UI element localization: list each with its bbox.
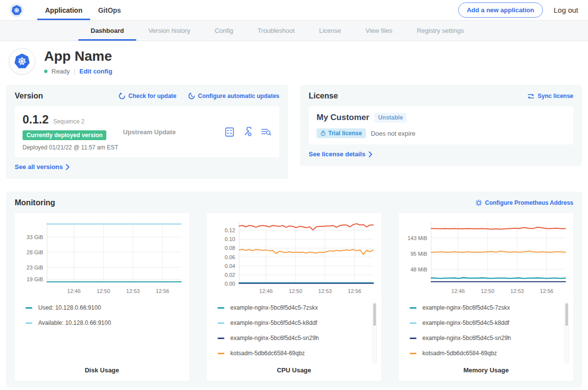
subnav-item-license[interactable]: License bbox=[307, 21, 353, 41]
svg-text:19 GiB: 19 GiB bbox=[26, 276, 43, 282]
see-all-versions-link[interactable]: See all versions bbox=[15, 163, 70, 171]
memory-usage-title: Memory Usage bbox=[399, 366, 573, 374]
stopwatch-icon bbox=[320, 130, 326, 136]
kubernetes-logo bbox=[10, 0, 24, 20]
logout-button[interactable]: Log out bbox=[554, 6, 578, 14]
sync-license-link[interactable]: Sync license bbox=[527, 93, 573, 99]
license-expiry: Does not expire bbox=[371, 130, 416, 137]
tab-gitops[interactable]: GitOps bbox=[90, 0, 129, 20]
legend-item: example-nginx-5bc6f5d4c5-sn29h bbox=[218, 335, 381, 341]
subnav-item-dashboard[interactable]: Dashboard bbox=[78, 21, 136, 41]
svg-text:12:50: 12:50 bbox=[97, 288, 110, 294]
memory-usage-chart: 143 MiB95 MiB48 MiB12:4612:5012:5312:56 bbox=[403, 218, 569, 296]
svg-text:12:53: 12:53 bbox=[511, 288, 524, 294]
kubernetes-app-icon bbox=[13, 52, 31, 70]
subnav-item-registry-settings[interactable]: Registry settings bbox=[405, 21, 476, 41]
svg-text:12:50: 12:50 bbox=[481, 288, 494, 294]
legend-color-dash bbox=[218, 322, 224, 324]
tab-application[interactable]: Application bbox=[37, 0, 90, 20]
svg-text:12:56: 12:56 bbox=[348, 288, 362, 294]
subnav-item-version-history[interactable]: Version history bbox=[136, 21, 202, 41]
legend-scrollbar-thumb[interactable] bbox=[373, 303, 376, 326]
legend-label: kotsadm-5db6dc6584-69qbz bbox=[230, 350, 305, 357]
edit-config-link[interactable]: Edit config bbox=[79, 68, 112, 75]
legend-label: Available: 10.128.0.66:9100 bbox=[38, 319, 111, 326]
disk-usage-chart-card: 33 GiB28 GiB23 GiB19 GiB12:4612:5012:531… bbox=[15, 213, 189, 381]
app-avatar bbox=[9, 48, 35, 74]
configure-auto-updates-label: Configure automatic updates bbox=[198, 93, 279, 99]
legend-scrollbar-track bbox=[372, 302, 377, 363]
svg-text:12:46: 12:46 bbox=[451, 288, 465, 294]
chevron-right-icon bbox=[368, 151, 372, 157]
cpu-usage-chart-card: 0.120.100.080.060.040.020.0012:4612:5012… bbox=[207, 213, 381, 381]
deployed-timestamp: Deployed 01/21/22 @ 11:57 am EST bbox=[23, 144, 123, 151]
monitoring-section: Monitoring Configure Prometheus Address … bbox=[6, 192, 582, 388]
svg-text:12:53: 12:53 bbox=[126, 288, 140, 294]
preflight-checks-icon[interactable] bbox=[224, 127, 235, 137]
check-for-update-label: Check for update bbox=[128, 93, 176, 99]
legend-color-dash bbox=[410, 353, 416, 354]
legend-item: kotsadm-5db6dc6584-69qbz bbox=[410, 350, 573, 357]
legend-label: example-nginx-5bc6f5d4c5-k8ddf bbox=[422, 319, 509, 326]
monitoring-title: Monitoring bbox=[15, 198, 55, 207]
divider: | bbox=[74, 68, 75, 75]
deployed-badge: Currently deployed version bbox=[23, 130, 106, 140]
view-logs-icon[interactable] bbox=[261, 127, 271, 137]
cpu-usage-title: CPU Usage bbox=[207, 366, 381, 374]
configure-auto-updates-link[interactable]: Configure automatic updates bbox=[188, 93, 279, 99]
subnav-item-view-files[interactable]: View files bbox=[353, 21, 405, 41]
license-type-badge: Trial license bbox=[317, 128, 366, 138]
configure-prometheus-link[interactable]: Configure Prometheus Address bbox=[475, 199, 573, 206]
see-license-details-link[interactable]: See license details bbox=[309, 150, 372, 158]
version-source: Upstream Update bbox=[123, 128, 224, 136]
svg-text:12:53: 12:53 bbox=[318, 288, 332, 294]
version-number: 0.1.2 bbox=[23, 113, 49, 126]
legend-label: example-nginx-5bc6f5d4c5-k8ddf bbox=[230, 319, 317, 326]
legend-item: example-nginx-5bc6f5d4c5-7zskx bbox=[218, 304, 381, 311]
svg-text:0.06: 0.06 bbox=[225, 254, 235, 260]
page-title: App Name bbox=[44, 49, 112, 64]
svg-text:12:56: 12:56 bbox=[156, 288, 170, 294]
subnav-item-troubleshoot[interactable]: Troubleshoot bbox=[245, 21, 307, 41]
svg-text:23 GiB: 23 GiB bbox=[26, 265, 43, 270]
legend-color-dash bbox=[218, 307, 224, 309]
legend-item: example-nginx-5bc6f5d4c5-k8ddf bbox=[218, 319, 381, 326]
see-all-versions-label: See all versions bbox=[15, 163, 63, 171]
legend-item: example-nginx-5bc6f5d4c5-7zskx bbox=[410, 304, 573, 311]
add-application-button[interactable]: Add a new application bbox=[458, 2, 543, 18]
top-navbar: Application GitOps Add a new application… bbox=[0, 0, 588, 21]
disk-usage-title: Disk Usage bbox=[15, 366, 189, 374]
legend-label: example-nginx-5bc6f5d4c5-7zskx bbox=[422, 304, 510, 311]
legend-label: example-nginx-5bc6f5d4c5-sn29h bbox=[422, 335, 511, 341]
version-card: Version Check for update Configure au bbox=[6, 85, 288, 179]
legend-color-dash bbox=[410, 307, 416, 309]
legend-color-dash bbox=[218, 353, 224, 354]
svg-text:33 GiB: 33 GiB bbox=[26, 234, 43, 240]
legend-item: kotsadm-5db6dc6584-69qbz bbox=[218, 350, 381, 357]
legend-scrollbar-thumb[interactable] bbox=[565, 303, 568, 326]
edit-config-gear-icon[interactable] bbox=[243, 127, 253, 137]
sync-license-label: Sync license bbox=[538, 93, 573, 99]
memory-usage-chart-card: 143 MiB95 MiB48 MiB12:4612:5012:5312:56 … bbox=[399, 213, 573, 381]
legend-label: Used: 10.128.0.66:9100 bbox=[38, 304, 101, 311]
svg-text:12:50: 12:50 bbox=[289, 288, 302, 294]
license-box: My Customer Unstable Trial license Does … bbox=[309, 106, 573, 145]
chevron-right-icon bbox=[66, 164, 70, 170]
svg-text:95 MiB: 95 MiB bbox=[411, 251, 427, 257]
svg-text:0.00: 0.00 bbox=[225, 281, 235, 287]
legend-color-dash bbox=[410, 322, 416, 324]
auto-update-clock-icon bbox=[188, 93, 195, 99]
app-header: App Name Ready | Edit config bbox=[0, 41, 588, 81]
version-card-title: Version bbox=[15, 92, 43, 100]
svg-text:28 GiB: 28 GiB bbox=[26, 249, 43, 255]
svg-text:0.04: 0.04 bbox=[225, 263, 235, 269]
kubernetes-logo-icon bbox=[11, 4, 23, 16]
subnav-item-config[interactable]: Config bbox=[202, 21, 245, 41]
check-for-update-link[interactable]: Check for update bbox=[119, 93, 176, 99]
status-dot bbox=[44, 70, 48, 73]
customer-name: My Customer bbox=[317, 113, 369, 122]
svg-text:12:56: 12:56 bbox=[540, 288, 554, 294]
legend-item: Used: 10.128.0.66:9100 bbox=[25, 304, 189, 311]
legend-color-dash bbox=[25, 322, 32, 324]
legend-item: Available: 10.128.0.66:9100 bbox=[25, 319, 189, 326]
